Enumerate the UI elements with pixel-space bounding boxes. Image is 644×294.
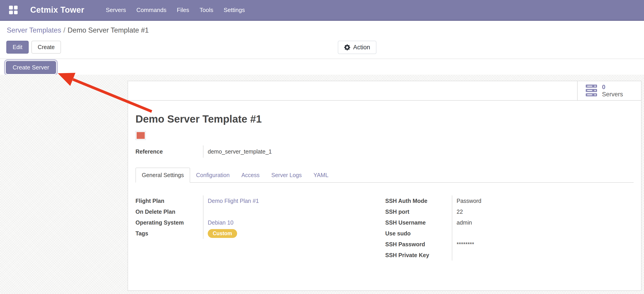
app-brand[interactable]: Cetmix Tower bbox=[30, 5, 84, 15]
field-label-ssh-private-key: SSH Private Key bbox=[385, 250, 452, 260]
servers-count: 0 bbox=[602, 83, 623, 91]
field-value-ssh-password: ******** bbox=[452, 239, 634, 250]
control-panel-buttons: Edit Create bbox=[6, 41, 61, 54]
servers-icon bbox=[586, 85, 597, 97]
link-demo-flight-plan-1[interactable]: Demo Flight Plan #1 bbox=[208, 198, 259, 204]
field-value-ssh-username: admin bbox=[452, 217, 634, 228]
field-label-tags: Tags bbox=[136, 228, 203, 239]
nav-item-servers[interactable]: Servers bbox=[100, 0, 131, 20]
field-value-reference: demo_server_template_1 bbox=[203, 145, 634, 158]
field-value-ssh-port: 22 bbox=[452, 206, 634, 217]
tab-access[interactable]: Access bbox=[236, 168, 266, 182]
field-value-tags: Custom bbox=[203, 228, 384, 239]
tag-custom: Custom bbox=[208, 229, 237, 238]
field-label-ssh-username: SSH Username bbox=[385, 217, 452, 228]
navbar: Cetmix Tower ServersCommandsFilesToolsSe… bbox=[0, 0, 644, 21]
tab-configuration[interactable]: Configuration bbox=[190, 168, 236, 182]
field-label-ssh-port: SSH port bbox=[385, 206, 452, 217]
fields-area: Flight PlanDemo Flight Plan #1On Delete … bbox=[136, 195, 634, 260]
edit-button[interactable]: Edit bbox=[6, 41, 29, 54]
breadcrumb-separator: / bbox=[64, 26, 66, 34]
form-sheet: Demo Server Template #1 Reference demo_s… bbox=[128, 113, 641, 260]
create-server-button[interactable]: Create Server bbox=[6, 61, 56, 74]
create-server-row: Create Server bbox=[0, 60, 644, 75]
screen: Cetmix Tower ServersCommandsFilesToolsSe… bbox=[0, 0, 644, 294]
color-swatch-fill bbox=[136, 132, 145, 139]
nav-item-files[interactable]: Files bbox=[172, 0, 194, 20]
nav-item-tools[interactable]: Tools bbox=[194, 0, 218, 20]
form-card: 0 Servers Demo Server Template #1 Refere… bbox=[128, 81, 642, 291]
field-value-on-delete-plan bbox=[203, 206, 384, 217]
nav-item-commands[interactable]: Commands bbox=[131, 0, 172, 20]
field-label-ssh-password: SSH Password bbox=[385, 239, 452, 250]
apps-grid-icon[interactable] bbox=[9, 6, 18, 14]
field-value-ssh-private-key bbox=[452, 250, 634, 260]
gear-icon bbox=[344, 44, 350, 50]
fields-left-column: Flight PlanDemo Flight Plan #1On Delete … bbox=[136, 195, 384, 239]
reference-row: Reference demo_server_template_1 bbox=[136, 145, 634, 158]
action-button-label: Action bbox=[353, 44, 370, 51]
color-swatch bbox=[136, 131, 146, 140]
tab-yaml[interactable]: YAML bbox=[308, 168, 334, 182]
breadcrumb: Server Templates/Demo Server Template #1 bbox=[7, 26, 149, 34]
servers-count-label: Servers bbox=[602, 91, 623, 98]
navbar-menu: ServersCommandsFilesToolsSettings bbox=[100, 0, 250, 20]
breadcrumb-current: Demo Server Template #1 bbox=[68, 26, 149, 34]
field-label-on-delete-plan: On Delete Plan bbox=[136, 206, 203, 217]
link-debian-10[interactable]: Debian 10 bbox=[208, 219, 234, 226]
action-button[interactable]: Action bbox=[338, 41, 376, 54]
field-value-flight-plan: Demo Flight Plan #1 bbox=[203, 195, 384, 206]
fields-right-column: SSH Auth ModePasswordSSH port22SSH Usern… bbox=[385, 195, 634, 260]
stat-row: 0 Servers bbox=[128, 81, 641, 101]
tab-server-logs[interactable]: Server Logs bbox=[266, 168, 308, 182]
field-value-use-sudo bbox=[452, 228, 634, 239]
field-label-ssh-auth-mode: SSH Auth Mode bbox=[385, 195, 452, 206]
control-panel: Server Templates/Demo Server Template #1… bbox=[0, 22, 644, 59]
field-value-ssh-auth-mode: Password bbox=[452, 195, 634, 206]
field-label-use-sudo: Use sudo bbox=[385, 228, 452, 239]
field-value-operating-system: Debian 10 bbox=[203, 217, 384, 228]
field-label-operating-system: Operating System bbox=[136, 217, 203, 228]
servers-stat-button[interactable]: 0 Servers bbox=[577, 81, 641, 100]
tab-general-settings[interactable]: General Settings bbox=[136, 168, 190, 183]
create-button[interactable]: Create bbox=[32, 41, 61, 54]
breadcrumb-server-templates[interactable]: Server Templates bbox=[7, 26, 61, 34]
nav-item-settings[interactable]: Settings bbox=[218, 0, 250, 20]
notebook-tabs: General SettingsConfigurationAccessServe… bbox=[136, 168, 634, 183]
field-label-flight-plan: Flight Plan bbox=[136, 195, 203, 206]
field-label-reference: Reference bbox=[136, 145, 203, 158]
record-title: Demo Server Template #1 bbox=[136, 113, 634, 125]
